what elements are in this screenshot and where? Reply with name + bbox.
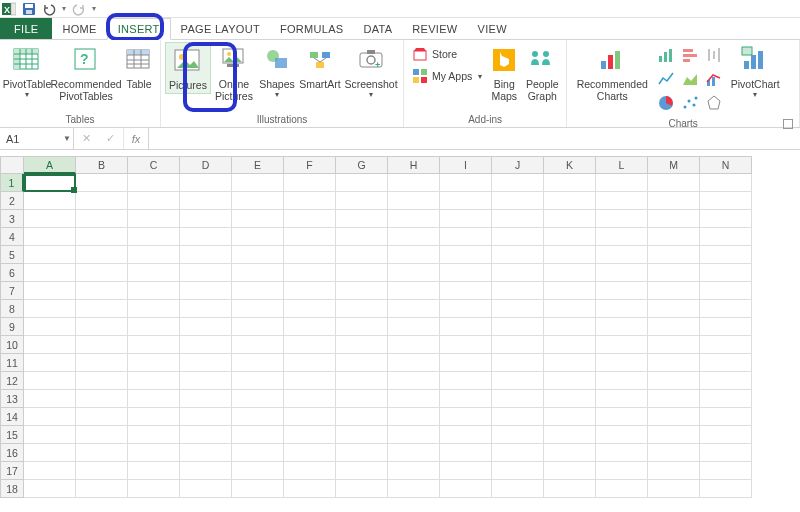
cell[interactable]	[440, 408, 492, 426]
column-header[interactable]: F	[284, 156, 336, 174]
cell[interactable]	[128, 426, 180, 444]
row-header[interactable]: 16	[0, 444, 24, 462]
pivotchart-button[interactable]: PivotChart ▾	[727, 42, 783, 101]
cell[interactable]	[544, 426, 596, 444]
cell[interactable]	[336, 336, 388, 354]
cell[interactable]	[180, 192, 232, 210]
combo-chart-icon[interactable]	[703, 68, 725, 90]
tab-page-layout[interactable]: PAGE LAYOUT	[171, 18, 270, 39]
cell[interactable]	[388, 228, 440, 246]
cell[interactable]	[232, 372, 284, 390]
row-header[interactable]: 2	[0, 192, 24, 210]
cell[interactable]	[76, 300, 128, 318]
cell[interactable]	[648, 228, 700, 246]
undo-icon[interactable]	[42, 2, 56, 16]
tab-home[interactable]: HOME	[52, 18, 106, 39]
cell[interactable]	[648, 174, 700, 192]
cell[interactable]	[700, 210, 752, 228]
column-header[interactable]: L	[596, 156, 648, 174]
worksheet-grid[interactable]: ABCDEFGHIJKLMN 1234567891011121314151617…	[0, 156, 800, 498]
undo-dropdown-icon[interactable]: ▾	[62, 4, 66, 13]
cell[interactable]	[284, 354, 336, 372]
cell[interactable]	[180, 354, 232, 372]
cell[interactable]	[700, 318, 752, 336]
cell[interactable]	[492, 426, 544, 444]
cell[interactable]	[180, 246, 232, 264]
cell[interactable]	[700, 390, 752, 408]
cell[interactable]	[232, 480, 284, 498]
cell[interactable]	[492, 408, 544, 426]
cell[interactable]	[492, 300, 544, 318]
cell[interactable]	[76, 336, 128, 354]
cell[interactable]	[180, 372, 232, 390]
cell[interactable]	[388, 246, 440, 264]
cell[interactable]	[648, 444, 700, 462]
cell[interactable]	[336, 264, 388, 282]
row-header[interactable]: 11	[0, 354, 24, 372]
cell[interactable]	[128, 480, 180, 498]
cell[interactable]	[232, 426, 284, 444]
cell[interactable]	[336, 408, 388, 426]
cell[interactable]	[596, 336, 648, 354]
row-header[interactable]: 8	[0, 300, 24, 318]
cell[interactable]	[284, 210, 336, 228]
cell[interactable]	[596, 408, 648, 426]
column-header[interactable]: B	[76, 156, 128, 174]
cell[interactable]	[128, 390, 180, 408]
cell[interactable]	[284, 480, 336, 498]
cell[interactable]	[700, 282, 752, 300]
column-header[interactable]: C	[128, 156, 180, 174]
cell[interactable]	[492, 174, 544, 192]
cell[interactable]	[596, 246, 648, 264]
cell[interactable]	[648, 318, 700, 336]
cell[interactable]	[232, 210, 284, 228]
tab-review[interactable]: REVIEW	[402, 18, 467, 39]
recommended-charts-button[interactable]: Recommended Charts	[571, 42, 653, 104]
cell[interactable]	[76, 372, 128, 390]
cell[interactable]	[596, 426, 648, 444]
cell[interactable]	[440, 390, 492, 408]
cell[interactable]	[596, 228, 648, 246]
cell[interactable]	[700, 174, 752, 192]
cell[interactable]	[388, 390, 440, 408]
cell[interactable]	[700, 462, 752, 480]
cell[interactable]	[24, 390, 76, 408]
cell[interactable]	[648, 408, 700, 426]
cell[interactable]	[596, 444, 648, 462]
cell[interactable]	[596, 480, 648, 498]
cell[interactable]	[440, 444, 492, 462]
cell[interactable]	[24, 318, 76, 336]
cell[interactable]	[544, 210, 596, 228]
column-header[interactable]: D	[180, 156, 232, 174]
cell[interactable]	[492, 480, 544, 498]
column-header[interactable]: G	[336, 156, 388, 174]
cell[interactable]	[76, 390, 128, 408]
column-chart-icon[interactable]	[655, 44, 677, 66]
cell[interactable]	[492, 264, 544, 282]
cell[interactable]	[128, 174, 180, 192]
cell[interactable]	[596, 174, 648, 192]
cancel-icon[interactable]: ✕	[82, 132, 91, 145]
cell[interactable]	[128, 444, 180, 462]
cell[interactable]	[700, 408, 752, 426]
shapes-button[interactable]: Shapes ▾	[257, 42, 297, 101]
cell[interactable]	[388, 480, 440, 498]
cell[interactable]	[700, 246, 752, 264]
cell[interactable]	[76, 444, 128, 462]
scatter-chart-icon[interactable]	[679, 92, 701, 114]
row-header[interactable]: 13	[0, 390, 24, 408]
smartart-button[interactable]: SmartArt	[297, 42, 343, 92]
cell[interactable]	[180, 318, 232, 336]
cell[interactable]	[388, 462, 440, 480]
cell[interactable]	[76, 246, 128, 264]
pictures-button[interactable]: Pictures	[165, 42, 211, 94]
row-header[interactable]: 17	[0, 462, 24, 480]
cell[interactable]	[544, 192, 596, 210]
cell[interactable]	[76, 192, 128, 210]
cell[interactable]	[388, 318, 440, 336]
cell[interactable]	[180, 210, 232, 228]
cell[interactable]	[544, 462, 596, 480]
cell[interactable]	[336, 174, 388, 192]
cell[interactable]	[232, 246, 284, 264]
cell[interactable]	[648, 282, 700, 300]
